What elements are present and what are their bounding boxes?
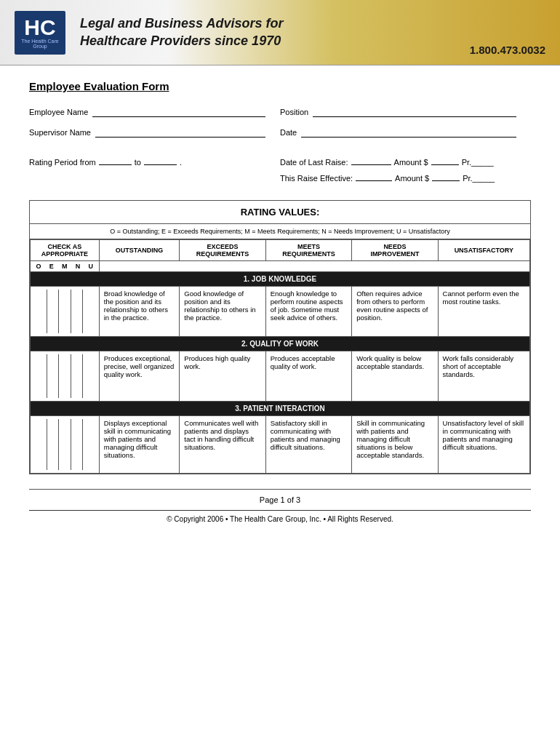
oemntu-spacer <box>99 261 529 272</box>
rating-to-label: to <box>135 158 141 167</box>
rating-values-legend: O = Outstanding; E = Exceeds Requirement… <box>30 224 530 239</box>
rating-values-title: RATING VALUES: <box>30 201 530 224</box>
check-o-1[interactable] <box>35 290 47 333</box>
check-u-1[interactable] <box>83 290 95 333</box>
amount-label-2: Amount $ <box>395 174 429 183</box>
check-m-1[interactable] <box>59 290 71 333</box>
check-e-1[interactable] <box>47 290 60 333</box>
check-e-3[interactable] <box>47 419 60 470</box>
s2-meets: Produces acceptable quality of work. <box>265 351 351 402</box>
eval-table: CHECK AS APPROPRIATE OUTSTANDING EXCEEDS… <box>30 239 530 474</box>
check-n-2[interactable] <box>71 354 84 398</box>
position-input[interactable] <box>313 107 516 117</box>
section-1-header: 1. JOB KNOWLEDGE <box>31 272 530 287</box>
s1-outstanding: Broad knowledge of the position and its … <box>99 287 180 337</box>
th-check: CHECK AS APPROPRIATE <box>31 240 100 261</box>
check-m-3[interactable] <box>59 419 71 470</box>
s2-unsatisfactory: Work falls considerably short of accepta… <box>438 351 529 402</box>
s1-unsatisfactory: Cannot perform even the most routine tas… <box>438 287 529 337</box>
s1-needs: Often requires advice from others to per… <box>352 287 438 337</box>
rating-period-label: Rating Period from <box>29 158 96 167</box>
raise-info: Date of Last Raise: Amount $ Pr._____ Th… <box>280 155 531 187</box>
letter-n: N <box>76 263 81 270</box>
letter-o: O <box>36 263 41 270</box>
logo-letters: HC <box>24 17 55 39</box>
page-footer: Page 1 of 3 <box>29 489 531 504</box>
s3-needs: Skill in communicating with patients and… <box>352 416 438 474</box>
section-2-title: 2. QUALITY OF WORK <box>31 337 530 351</box>
rating-values-box: RATING VALUES: O = Outstanding; E = Exce… <box>29 200 531 474</box>
check-e-2[interactable] <box>47 354 60 398</box>
th-unsatisfactory: UNSATISFACTORY <box>438 240 529 261</box>
copyright-footer: © Copyright 2006 • The Health Care Group… <box>29 510 531 523</box>
check-n-3[interactable] <box>71 419 84 470</box>
date-last-raise-label: Date of Last Raise: <box>280 158 348 167</box>
check-n-1[interactable] <box>71 290 84 333</box>
section-1-row: Broad knowledge of the position and its … <box>31 287 530 337</box>
date-input[interactable] <box>301 127 516 138</box>
header-phone: 1.800.473.0032 <box>470 44 545 56</box>
th-exceeds: EXCEEDS REQUIREMENTS <box>180 240 265 261</box>
employee-name-label: Employee Name <box>29 108 88 116</box>
date-last-raise-input[interactable] <box>351 155 391 165</box>
amount-label-1: Amount $ <box>394 158 428 167</box>
s1-meets: Enough knowledge to perform routine aspe… <box>265 287 351 337</box>
check-o-2[interactable] <box>35 354 47 398</box>
position-date-col: Position Date <box>280 107 531 148</box>
logo-subtext: The Health Care Group <box>15 39 65 49</box>
s1-exceeds: Good knowledge of position and its relat… <box>180 287 265 337</box>
amount-1-input[interactable] <box>431 155 459 165</box>
this-raise-input[interactable] <box>356 171 392 181</box>
check-o-3[interactable] <box>35 419 47 470</box>
rating-period-row: Rating Period from to . <box>29 155 280 187</box>
th-needs: NEEDS IMPROVEMENT <box>352 240 438 261</box>
supervisor-name-label: Supervisor Name <box>29 128 91 137</box>
th-outstanding: OUTSTANDING <box>99 240 180 261</box>
section-1-title: 1. JOB KNOWLEDGE <box>31 272 530 287</box>
letter-e: E <box>49 263 54 270</box>
form-fields: Employee Name Supervisor Name Position D… <box>29 107 531 148</box>
s2-outstanding: Produces exceptional, precise, well orga… <box>99 351 180 402</box>
employee-name-row: Employee Name Supervisor Name <box>29 107 280 148</box>
supervisor-name-input[interactable] <box>95 127 265 138</box>
check-u-3[interactable] <box>83 419 95 470</box>
header-banner: HC The Health Care Group Legal and Busin… <box>0 0 560 65</box>
section-2-check <box>31 351 100 402</box>
s2-needs: Work quality is below acceptable standar… <box>352 351 438 402</box>
table-header-row: CHECK AS APPROPRIATE OUTSTANDING EXCEEDS… <box>31 240 530 261</box>
page-info: Page 1 of 3 <box>260 495 300 504</box>
this-raise-label: This Raise Effective: <box>280 174 353 183</box>
section-2-row: Produces exceptional, precise, well orga… <box>31 351 530 402</box>
s3-unsatisfactory: Unsatisfactory level of skill in communi… <box>438 416 529 474</box>
pr-label-2: Pr._____ <box>463 174 495 183</box>
check-m-2[interactable] <box>59 354 71 398</box>
section-3-check <box>31 416 100 474</box>
s3-exceeds: Communicates well with patients and disp… <box>180 416 265 474</box>
rating-period-dot: . <box>180 158 182 167</box>
section-3-header: 3. PATIENT INTERACTION <box>31 402 530 416</box>
section-3-row: Displays exceptional skill in communicat… <box>31 416 530 474</box>
page-content: Employee Evaluation Form Employee Name S… <box>0 65 560 538</box>
letter-m: M <box>62 263 68 270</box>
th-meets: MEETS REQUIREMENTS <box>265 240 351 261</box>
oemntu-row: O E M N U <box>31 261 530 272</box>
tagline-line1: Legal and Business Advisors for <box>80 15 545 32</box>
position-label: Position <box>280 108 308 116</box>
company-logo: HC The Health Care Group <box>15 11 65 55</box>
letter-u: U <box>89 263 94 270</box>
s3-outstanding: Displays exceptional skill in communicat… <box>99 416 180 474</box>
date-label: Date <box>280 128 297 137</box>
amount-2-input[interactable] <box>432 171 460 181</box>
rating-from-line[interactable] <box>99 155 132 165</box>
employee-name-input[interactable] <box>92 107 265 117</box>
s2-exceeds: Produces high quality work. <box>180 351 265 402</box>
section-2-header: 2. QUALITY OF WORK <box>31 337 530 351</box>
form-title: Employee Evaluation Form <box>29 80 531 92</box>
section-1-check <box>31 287 100 337</box>
rating-to-line[interactable] <box>144 155 177 165</box>
check-u-2[interactable] <box>83 354 95 398</box>
oemntu-cells: O E M N U <box>31 261 100 272</box>
pr-label-1: Pr._____ <box>462 158 494 167</box>
section-3-title: 3. PATIENT INTERACTION <box>31 402 530 416</box>
s3-meets: Satisfactory skill in communicating with… <box>265 416 351 474</box>
